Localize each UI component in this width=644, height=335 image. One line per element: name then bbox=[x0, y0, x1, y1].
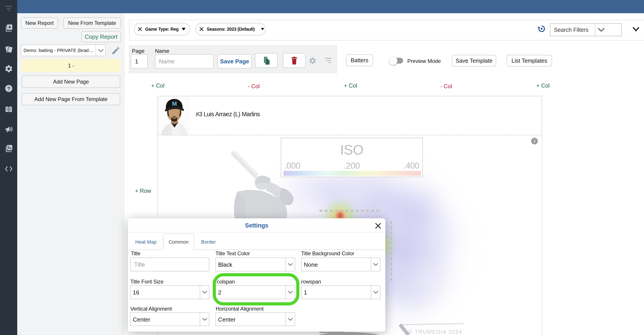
svg-text:?: ? bbox=[7, 86, 10, 91]
svg-text:© TRUMEDIA 2024: © TRUMEDIA 2024 bbox=[408, 329, 462, 335]
svg-text:M: M bbox=[172, 100, 177, 107]
